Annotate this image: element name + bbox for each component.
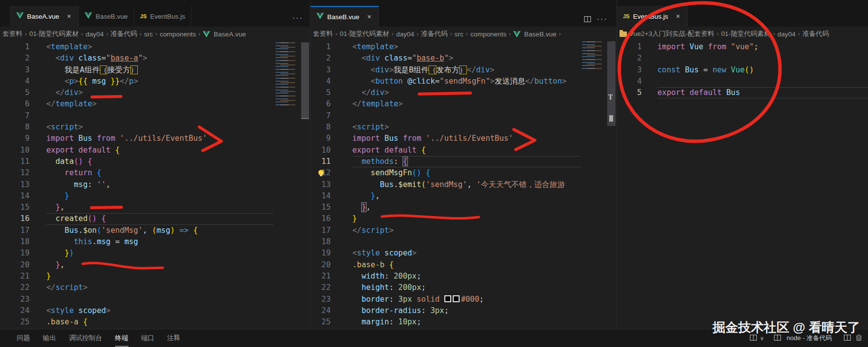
editor-eventbus-js[interactable]: 12345 import Vue from "vue";const Bus = … [617,41,868,329]
panel-tab-问题[interactable]: 问题 [17,330,30,347]
code-line: .base-b { [352,259,581,271]
breadcrumb-item[interactable]: 01-随堂代码素材 [721,30,771,38]
breadcrumb-separator: › [198,31,200,37]
code-line: <div class="base-a"> [46,53,274,64]
breadcrumb-separator: › [140,31,142,37]
tab-label: BaseA.vue [27,13,59,20]
code-line: <div>我是B组件（发布方）</div> [352,64,581,76]
breadcrumb-separator: › [392,31,394,37]
line-number: 18 [0,236,30,248]
line-number: 4 [310,76,331,87]
panel-tab-终端[interactable]: 终端 [115,330,128,347]
breadcrumb-item[interactable]: 准备代码 [111,30,137,38]
line-number: 2 [617,53,642,64]
code-line: </script> [46,282,274,293]
code-line: this.msg = msg [46,236,274,248]
tab-bar-right: JSEventBus.js× [617,0,868,27]
line-number: 11 [310,156,331,167]
minimap[interactable] [274,42,298,107]
code-line: width: 200px; [352,271,581,282]
breadcrumb-separator: › [155,31,157,37]
breadcrumb-item[interactable]: Vue2+3入门到实战-配套资料 [629,30,714,38]
code-area[interactable]: import Vue from "vue";const Bus = new Vu… [657,41,868,98]
close-icon[interactable]: × [65,12,72,20]
breadcrumb-item[interactable]: 套资料 [313,30,333,38]
breadcrumb-item[interactable]: 准备代码 [421,30,448,38]
breadcrumb-item[interactable]: src [455,31,464,38]
code-line: 我是A组件（接受方） [46,64,274,76]
scrollbar[interactable] [607,41,616,329]
code-line: }, [46,259,274,271]
code-line: }) [46,248,274,259]
breadcrumb-separator: › [336,31,338,37]
panel-tab-端口[interactable]: 端口 [141,330,155,347]
line-number-gutter: 1234567891011121314151617181920212223242… [0,41,30,328]
code-line: export default Bus [657,87,868,98]
close-icon[interactable]: × [366,13,372,21]
panel-tab-调试控制台[interactable]: 调试控制台 [69,330,102,347]
breadcrumb-item[interactable]: components [470,31,507,38]
code-line: </template> [352,98,581,110]
line-number: 17 [0,225,30,236]
breadcrumb[interactable]: 套资料›01-随堂代码素材›day04›准备代码›src›components›… [0,27,310,41]
breadcrumb-file[interactable]: BaseA.vue [214,31,246,38]
scrollbar[interactable] [301,41,309,329]
breadcrumb-item[interactable]: src [144,31,153,38]
breadcrumb-item[interactable]: 01-随堂代码素材 [30,30,79,38]
tab-baseb-vue[interactable]: BaseB.vue× [310,6,379,27]
code-line: <style scoped> [46,305,274,316]
tab-bar-middle: BaseB.vue×··· [310,0,617,27]
tab-bar-left: BaseA.vue×BaseB.vueJSEventBus.js··· [0,0,310,27]
code-line [46,110,274,122]
code-line: </div> [46,87,274,98]
line-number: 25 [0,316,30,328]
line-number: 18 [310,236,331,248]
breadcrumb-item[interactable]: day04 [86,31,104,38]
breadcrumb-item[interactable]: day04 [777,31,796,38]
vue-icon [85,12,92,20]
breadcrumb-item[interactable]: 01-随堂代码素材 [340,30,390,38]
code-line: <p>{{ msg }}</p> [46,76,274,87]
breadcrumb[interactable]: Vue2+3入门到实战-配套资料›01-随堂代码素材›day04›准备代码 [617,27,868,41]
line-number-gutter: 1234567891011121314151617181920212223242… [310,41,331,328]
line-number: 15 [0,202,30,213]
line-number: 8 [310,122,331,133]
more-tabs-icon[interactable]: ··· [292,14,310,27]
code-area[interactable]: <template> <div class="base-b"> <div>我是B… [352,41,581,328]
line-number: 3 [310,64,331,76]
code-line: <script> [46,122,274,133]
panel-tab-输出[interactable]: 输出 [43,330,56,347]
editor-actions: ··· [584,15,617,27]
split-editor-icon[interactable] [584,16,591,22]
tab-eventbus-js[interactable]: JSEventBus.js [134,6,192,27]
line-number: 19 [310,248,331,259]
line-number: 2 [310,53,331,64]
editor-basea-vue[interactable]: 1234567891011121314151617181920212223242… [0,41,310,329]
line-number: 22 [310,282,331,293]
close-icon[interactable]: × [675,12,682,20]
code-line: sendMsgFn() { [352,167,581,179]
minimap[interactable] [581,41,606,70]
tab-label: BaseB.vue [327,13,359,21]
code-area[interactable]: <template> <div class="base-a"> 我是A组件（接受… [46,41,274,328]
breadcrumb-file[interactable]: BaseB.vue [524,31,556,38]
breadcrumb-item[interactable]: components [160,31,196,38]
more-actions-icon[interactable]: ··· [597,15,608,24]
line-number: 14 [0,190,30,202]
panel-tabs: 问题输出调试控制台终端端口注释 [17,329,181,347]
tab-baseb-vue[interactable]: BaseB.vue [79,6,134,27]
breadcrumb-item[interactable]: day04 [396,31,414,38]
line-number: 23 [310,294,331,305]
line-number: 15 [310,202,331,213]
line-number: 8 [0,122,30,133]
editor-baseb-vue[interactable]: 1234567891011121314151617181920212223242… [310,41,617,329]
breadcrumb-item[interactable]: 准备代码 [803,30,829,38]
tab-eventbus-js[interactable]: JSEventBus.js× [617,6,688,27]
breadcrumb-item[interactable]: 套资料 [2,30,23,38]
line-number: 24 [0,305,30,316]
breadcrumb[interactable]: 套资料›01-随堂代码素材›day04›准备代码›src›components›… [310,27,617,41]
panel-tab-注释[interactable]: 注释 [167,330,181,347]
tab-label: EventBus.js [150,13,185,20]
line-number: 6 [0,98,30,110]
tab-basea-vue[interactable]: BaseA.vue× [10,6,79,27]
